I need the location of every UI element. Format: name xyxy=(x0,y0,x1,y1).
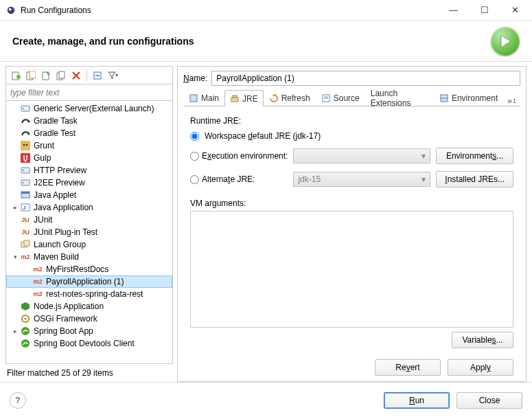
tree-item-launch-group[interactable]: Launch Group xyxy=(6,238,172,251)
tree-item-junit[interactable]: JUJUnit xyxy=(6,214,172,226)
tree-item-myfirstrestdocs[interactable]: m2MyFirstRestDocs xyxy=(6,263,172,275)
tree-item-grunt[interactable]: Grunt xyxy=(6,139,172,152)
tree-item-label: MyFirstRestDocs xyxy=(46,264,108,274)
svg-point-15 xyxy=(28,133,30,135)
svg-point-14 xyxy=(28,121,30,123)
applet-icon xyxy=(20,190,31,201)
tree-item-label: Java Application xyxy=(34,203,93,212)
tree-expand-icon[interactable]: ▾ xyxy=(10,252,20,262)
run-button[interactable]: Run xyxy=(384,392,450,409)
tree-collapse-icon[interactable]: ▸ xyxy=(10,203,20,212)
tree-item-gradle-task[interactable]: Gradle Task xyxy=(6,115,172,127)
alternate-jre-radio[interactable]: Alternate JRE: xyxy=(190,174,288,184)
tree-item-gradle-test[interactable]: Gradle Test xyxy=(6,127,172,139)
jre-tab-icon xyxy=(230,94,240,104)
filter-button[interactable]: ▾ xyxy=(106,69,119,82)
tab-strip: MainJRERefreshSourceLaunch ExtensionsEnv… xyxy=(183,89,520,106)
vm-arguments-label: VM arguments: xyxy=(190,199,513,208)
svg-point-32 xyxy=(24,317,26,319)
tree-item-label: Maven Build xyxy=(34,252,79,262)
svg-rect-29 xyxy=(24,240,30,246)
config-tree[interactable]: Generic Server(External Launch)Gradle Ta… xyxy=(5,100,173,364)
window-close-button[interactable]: ✕ xyxy=(500,1,531,20)
tab-env[interactable]: Environment xyxy=(434,89,503,106)
run-big-icon xyxy=(491,27,520,56)
tab-jre[interactable]: JRE xyxy=(224,90,264,106)
tab-main[interactable]: Main xyxy=(183,89,224,106)
tree-item-spring-boot-app[interactable]: ▸Spring Boot App xyxy=(6,325,172,337)
variables-button[interactable]: Variables... xyxy=(452,332,513,348)
tree-collapse-icon[interactable]: ▸ xyxy=(10,326,20,336)
workspace-default-label: Workspace default JRE (jdk-17) xyxy=(205,131,321,141)
m2-icon: m2 xyxy=(32,276,43,287)
gulp-icon xyxy=(20,152,31,163)
tree-item-maven-build[interactable]: ▾m2Maven Build xyxy=(6,251,172,263)
workspace-default-radio[interactable]: Workspace default JRE (jdk-17) xyxy=(190,131,513,141)
filter-box[interactable] xyxy=(5,84,173,100)
tree-item-java-applet[interactable]: Java Applet xyxy=(6,189,172,201)
tab-label: Launch Extensions xyxy=(371,89,428,108)
svg-point-17 xyxy=(23,144,25,146)
bottom-bar: ? Run Close xyxy=(0,382,532,418)
tab-source[interactable]: Source xyxy=(316,89,365,106)
svg-text:J: J xyxy=(23,205,25,211)
exec-env-combo[interactable]: ▾ xyxy=(293,148,430,163)
eclipse-icon xyxy=(5,5,16,16)
title-bar: Run Configurations — ☐ ✕ xyxy=(0,0,532,21)
new-proto-button[interactable] xyxy=(24,69,38,82)
tree-item-http-preview[interactable]: HTTP Preview xyxy=(6,164,172,177)
name-input[interactable] xyxy=(211,71,520,86)
gradle-icon xyxy=(20,115,31,126)
delete-button[interactable] xyxy=(69,69,83,82)
vm-arguments-input[interactable] xyxy=(190,211,513,328)
tab-label: Refresh xyxy=(281,93,310,103)
tree-item-spring-boot-devtools-client[interactable]: Spring Boot Devtools Client xyxy=(6,337,172,350)
tab-label: Environment xyxy=(452,93,498,103)
duplicate-button[interactable] xyxy=(54,69,68,82)
installed-jres-button[interactable]: Installed JREs... xyxy=(436,171,513,188)
tree-twisty-spacer xyxy=(23,264,32,274)
tree-item-generic-server-external-launch-[interactable]: Generic Server(External Launch) xyxy=(6,102,172,115)
tree-twisty-spacer xyxy=(10,166,20,175)
alternate-jre-radio-input[interactable] xyxy=(190,175,199,184)
window-maximize-button[interactable]: ☐ xyxy=(469,1,500,20)
m2-icon: m2 xyxy=(32,288,43,299)
tab-overflow-button[interactable]: »1 xyxy=(503,96,520,106)
tree-item-payrollapplication-1-[interactable]: m2PayrollApplication (1) xyxy=(6,275,172,288)
server-icon xyxy=(20,177,31,188)
workspace-default-radio-input[interactable] xyxy=(190,132,199,141)
revert-button[interactable]: Revert xyxy=(375,359,441,376)
alternate-jre-combo[interactable]: jdk-15▾ xyxy=(293,172,430,187)
help-button[interactable]: ? xyxy=(10,392,26,409)
tree-item-j2ee-preview[interactable]: J2EE Preview xyxy=(6,177,172,189)
exec-env-radio[interactable]: Execution environment: xyxy=(190,151,288,161)
tree-item-junit-plug-in-test[interactable]: JUJUnit Plug-in Test xyxy=(6,226,172,238)
tab-refresh[interactable]: Refresh xyxy=(264,89,316,106)
window-minimize-button[interactable]: — xyxy=(438,1,469,20)
tree-item-gulp[interactable]: Gulp xyxy=(6,152,172,164)
tree-item-osgi-framework[interactable]: OSGi Framework xyxy=(6,313,172,325)
grunt-icon xyxy=(20,140,31,151)
svg-rect-25 xyxy=(21,192,30,194)
exec-env-label: Execution environment: xyxy=(202,151,288,161)
tree-item-java-application[interactable]: ▸JJava Application xyxy=(6,201,172,214)
filter-input[interactable] xyxy=(6,84,172,100)
exec-env-radio-input[interactable] xyxy=(190,152,199,161)
svg-rect-20 xyxy=(21,168,30,173)
tree-twisty-spacer xyxy=(23,277,32,286)
alternate-jre-label: Alternate JRE: xyxy=(202,174,255,184)
tab-ext[interactable]: Launch Extensions xyxy=(365,89,434,106)
export-button[interactable] xyxy=(39,69,53,82)
tree-item-rest-notes-spring-data-rest[interactable]: m2rest-notes-spring-data-rest xyxy=(6,288,172,300)
close-button[interactable]: Close xyxy=(456,392,522,409)
tree-item-node-js-application[interactable]: Node.js Application xyxy=(6,300,172,313)
environments-button[interactable]: Environments... xyxy=(436,148,513,164)
apply-button[interactable]: Apply xyxy=(448,359,513,376)
tree-twisty-spacer xyxy=(10,314,20,324)
new-config-button[interactable] xyxy=(9,69,23,82)
svg-rect-6 xyxy=(30,71,36,78)
tree-twisty-spacer xyxy=(23,289,32,299)
tree-item-label: Generic Server(External Launch) xyxy=(34,104,154,113)
svg-rect-37 xyxy=(233,95,237,98)
collapse-all-button[interactable] xyxy=(91,69,104,82)
